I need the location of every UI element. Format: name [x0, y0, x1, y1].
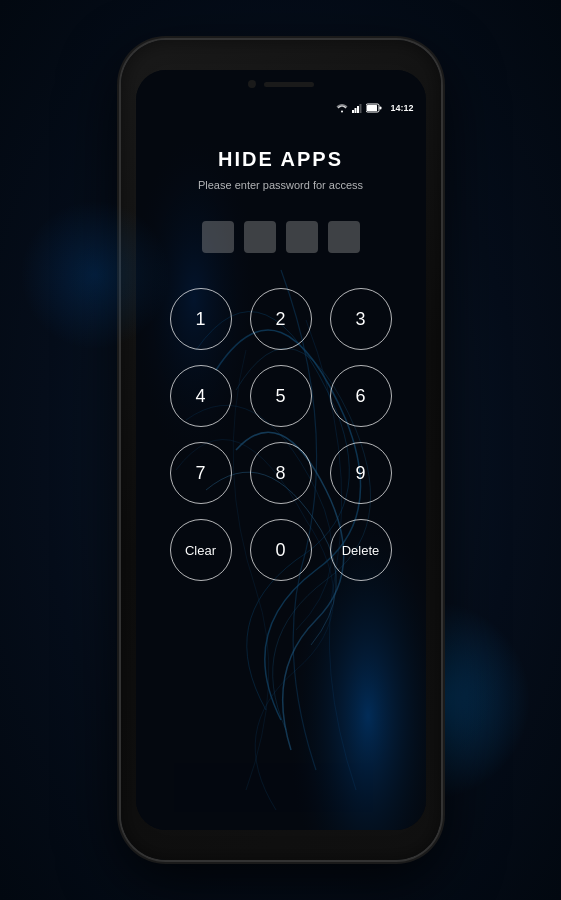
keypad-row-2: 4 5 6 [170, 365, 392, 427]
keypad: 1 2 3 4 5 6 7 8 9 Clear 0 Delete [170, 288, 392, 581]
phone-device: 14:12 HIDE APPS Please enter password fo… [121, 40, 441, 860]
key-7[interactable]: 7 [170, 442, 232, 504]
status-icons: 14:12 [336, 103, 413, 113]
key-clear[interactable]: Clear [170, 519, 232, 581]
key-3[interactable]: 3 [330, 288, 392, 350]
key-6[interactable]: 6 [330, 365, 392, 427]
camera-dot [248, 80, 256, 88]
svg-rect-4 [355, 108, 357, 113]
wifi-icon [336, 103, 348, 113]
speaker [264, 82, 314, 87]
pwd-slot-4 [328, 221, 360, 253]
status-time: 14:12 [390, 103, 413, 113]
notch [136, 70, 426, 98]
svg-rect-8 [380, 107, 382, 110]
battery-icon [366, 103, 382, 113]
status-bar: 14:12 [136, 98, 426, 118]
keypad-row-3: 7 8 9 [170, 442, 392, 504]
pwd-slot-1 [202, 221, 234, 253]
app-title: HIDE APPS [218, 148, 343, 171]
phone-screen: 14:12 HIDE APPS Please enter password fo… [136, 70, 426, 830]
key-8[interactable]: 8 [250, 442, 312, 504]
key-0[interactable]: 0 [250, 519, 312, 581]
key-delete[interactable]: Delete [330, 519, 392, 581]
key-5[interactable]: 5 [250, 365, 312, 427]
keypad-row-4: Clear 0 Delete [170, 519, 392, 581]
key-1[interactable]: 1 [170, 288, 232, 350]
main-content: HIDE APPS Please enter password for acce… [136, 118, 426, 830]
key-4[interactable]: 4 [170, 365, 232, 427]
pwd-slot-3 [286, 221, 318, 253]
password-indicator [202, 221, 360, 253]
svg-rect-3 [352, 110, 354, 113]
pwd-slot-2 [244, 221, 276, 253]
svg-rect-6 [360, 104, 362, 113]
signal-icon [352, 103, 362, 113]
svg-rect-5 [357, 106, 359, 113]
key-9[interactable]: 9 [330, 442, 392, 504]
svg-rect-9 [367, 105, 377, 111]
app-subtitle: Please enter password for access [198, 179, 363, 191]
key-2[interactable]: 2 [250, 288, 312, 350]
keypad-row-1: 1 2 3 [170, 288, 392, 350]
